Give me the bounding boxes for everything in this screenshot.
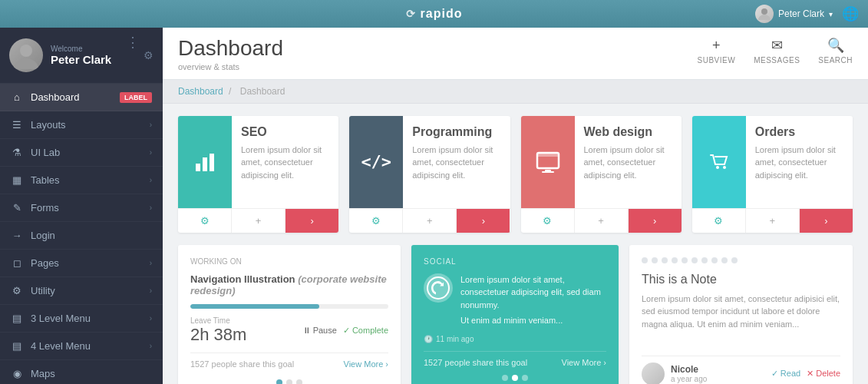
note-dot-6[interactable]: [691, 257, 698, 263]
card-programming: </> Programming Lorem ipsum dolor sit am…: [349, 116, 510, 233]
webdesign-add-btn[interactable]: +: [575, 209, 629, 233]
orders-arrow-btn[interactable]: ›: [800, 209, 853, 233]
note-dot-3[interactable]: [662, 257, 668, 263]
sidebar-item-dashboard[interactable]: ⌂ Dashboard LABEL: [0, 84, 163, 111]
nav-label-forms: Forms: [31, 202, 59, 214]
social-card: SOCIAL Lorem ipsum dolor sit amet, conse…: [411, 245, 619, 384]
work-share-row: 1527 people share this goal View More ›: [190, 353, 388, 369]
note-dot-5[interactable]: [682, 257, 688, 263]
webdesign-arrow-btn[interactable]: ›: [629, 209, 682, 233]
programming-arrow-btn[interactable]: ›: [457, 209, 510, 233]
globe-icon[interactable]: 🌐: [842, 5, 859, 22]
options-icon[interactable]: ⋮: [126, 34, 140, 51]
main-content: Dashboard overview & stats + SUBVIEW ✉ M…: [163, 28, 868, 384]
programming-add-btn[interactable]: +: [403, 209, 457, 233]
layouts-icon: ☰: [11, 119, 23, 131]
4level-icon: ▤: [11, 340, 23, 352]
note-user-avatar: [642, 362, 665, 384]
nav-badge-label: LABEL: [120, 92, 152, 103]
svg-point-1: [20, 45, 32, 57]
utility-icon: ⚙: [11, 285, 23, 296]
social-view-more[interactable]: View More ›: [562, 358, 606, 367]
topbar-user[interactable]: Peter Clark ▾: [755, 5, 833, 23]
complete-button[interactable]: ✓ Complete: [343, 326, 388, 336]
webdesign-card-title: Web design: [584, 125, 672, 139]
programming-settings-btn[interactable]: ⚙: [349, 209, 403, 233]
note-dot-2[interactable]: [652, 257, 658, 263]
webdesign-settings-btn[interactable]: ⚙: [521, 209, 575, 233]
work-dot-1[interactable]: [276, 379, 282, 384]
sidebar-item-utility[interactable]: ⚙ Utility ›: [0, 277, 163, 305]
sidebar-item-layouts[interactable]: ☰ Layouts ›: [0, 111, 163, 139]
nav-label-utility: Utility: [31, 285, 55, 296]
sidebar: Welcome Peter Clark ⚙ ⋮ ⌂ Dashboard LABE…: [0, 28, 163, 384]
note-title: This is a Note: [642, 273, 840, 286]
work-view-more[interactable]: View More ›: [344, 359, 388, 369]
orders-settings-btn[interactable]: ⚙: [692, 209, 746, 233]
forms-icon: ✎: [11, 202, 23, 214]
sidebar-item-tables[interactable]: ▦ Tables ›: [0, 167, 163, 194]
card-orders: Orders Lorem ipsum dolor sit amet, conse…: [692, 116, 853, 233]
topbar-avatar: [755, 5, 774, 23]
note-dot-7[interactable]: [701, 257, 708, 263]
social-dot-1[interactable]: [502, 375, 508, 381]
chevron-right-icon: ›: [150, 286, 152, 295]
social-dot-3[interactable]: [522, 375, 528, 381]
page-title: Dashboard: [178, 37, 283, 61]
social-sub-text: Ut enim ad minim veniam...: [460, 314, 606, 327]
sidebar-item-maps[interactable]: ◉ Maps: [0, 360, 163, 384]
note-user-row: Nicole a year ago ✓ Read ✕ Delete: [642, 356, 840, 384]
seo-card-footer: ⚙ + ›: [178, 208, 338, 233]
sidebar-item-3level[interactable]: ▤ 3 Level Menu ›: [0, 305, 163, 333]
gear-icon[interactable]: ⚙: [144, 49, 153, 61]
topbar: ⟳ rapido Peter Clark ▾ 🌐: [0, 0, 868, 28]
sidebar-avatar: [9, 38, 43, 72]
work-title: Navigation Illustration (corporate websi…: [190, 273, 388, 296]
note-delete-button[interactable]: ✕ Delete: [807, 369, 840, 379]
programming-card-text: Lorem ipsum dolor sit amet, consectetuer…: [412, 144, 500, 182]
note-dot-8[interactable]: [711, 257, 718, 263]
social-share-row: 1527 people share this goal View More ›: [424, 351, 606, 367]
note-dot-10[interactable]: [731, 257, 738, 263]
social-dot-2[interactable]: [512, 375, 518, 381]
work-dot-2[interactable]: [286, 379, 292, 384]
svg-rect-2: [196, 164, 200, 171]
progress-fill: [190, 304, 319, 309]
card-web-design: Web design Lorem ipsum dolor sit amet, c…: [521, 116, 682, 233]
note-read-button[interactable]: ✓ Read: [771, 369, 800, 379]
topbar-dropdown-arrow[interactable]: ▾: [829, 10, 833, 18]
header-title-group: Dashboard overview & stats: [178, 37, 283, 71]
sidebar-item-pages[interactable]: ◻ Pages ›: [0, 250, 163, 277]
programming-card-footer: ⚙ + ›: [349, 208, 510, 233]
work-title-italic: (corporate website redesign): [190, 273, 387, 296]
messages-button[interactable]: ✉ MESSAGES: [754, 37, 800, 65]
seo-settings-btn[interactable]: ⚙: [178, 209, 232, 233]
sidebar-item-4level[interactable]: ▤ 4 Level Menu ›: [0, 333, 163, 360]
breadcrumb-home[interactable]: Dashboard: [178, 86, 223, 97]
sidebar-header: Welcome Peter Clark ⚙ ⋮: [0, 28, 163, 84]
sidebar-item-login[interactable]: → Login: [0, 222, 163, 250]
note-dot-4[interactable]: [672, 257, 678, 263]
sidebar-item-forms[interactable]: ✎ Forms ›: [0, 194, 163, 222]
sidebar-item-ui-lab[interactable]: ⚗ UI Lab ›: [0, 139, 163, 167]
note-dot-9[interactable]: [721, 257, 728, 263]
note-dot-1[interactable]: [642, 257, 648, 263]
work-dot-3[interactable]: [296, 379, 302, 384]
seo-add-btn[interactable]: +: [232, 209, 285, 233]
clock-icon: 🕐: [424, 335, 433, 343]
ui-lab-icon: ⚗: [11, 147, 23, 158]
leave-time-value: 2h 38m: [190, 325, 246, 345]
tables-icon: ▦: [11, 174, 23, 186]
note-card: This is a Note Lorem ipsum dolor sit ame…: [629, 245, 853, 384]
svg-rect-3: [203, 157, 207, 171]
search-button[interactable]: 🔍 SEARCH: [818, 37, 853, 65]
pause-button[interactable]: ⏸ Pause: [302, 326, 337, 336]
seo-arrow-btn[interactable]: ›: [285, 209, 338, 233]
orders-add-btn[interactable]: +: [746, 209, 800, 233]
chevron-right-icon: ›: [150, 204, 152, 212]
svg-point-10: [723, 166, 726, 169]
nav-label-4level: 4 Level Menu: [31, 340, 91, 352]
subview-button[interactable]: + SUBVIEW: [698, 38, 736, 65]
nav-label-pages: Pages: [31, 257, 59, 269]
social-text: Lorem ipsum dolor sit amet, consectetuer…: [460, 273, 606, 312]
